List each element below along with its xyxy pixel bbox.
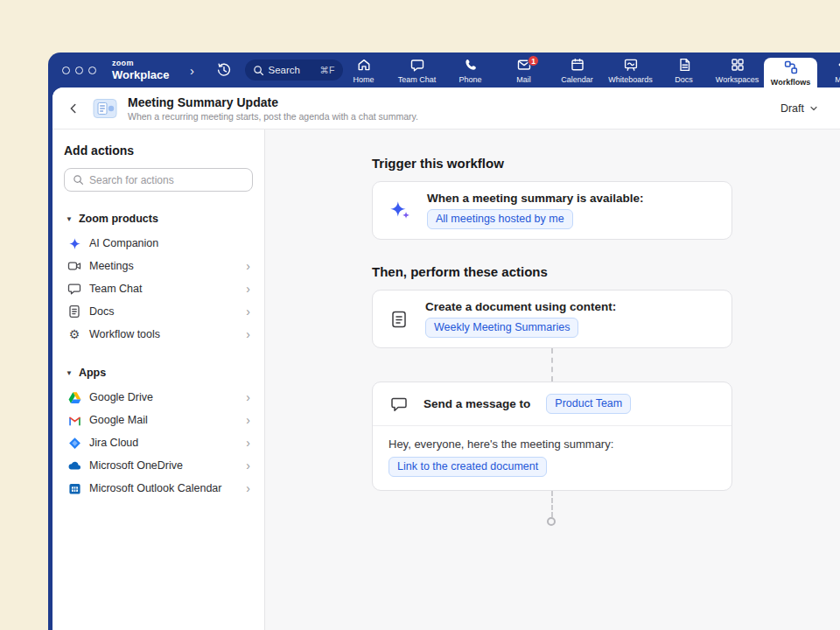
- actions-search[interactable]: [64, 168, 253, 192]
- message-link-chip[interactable]: Link to the created document: [388, 457, 547, 477]
- jira-icon: [67, 436, 81, 450]
- trigger-text: When a meeting summary is available:: [427, 192, 644, 205]
- sidebar-item-label: Microsoft OneDrive: [89, 459, 183, 472]
- sidebar-title: Add actions: [64, 144, 253, 158]
- tab-home[interactable]: Home: [337, 52, 390, 88]
- sidebar-item-jira-cloud[interactable]: Jira Cloud ›: [64, 431, 253, 454]
- sidebar-item-label: Jira Cloud: [89, 437, 138, 449]
- section-label: Zoom products: [79, 213, 158, 225]
- tab-docs[interactable]: Docs: [657, 52, 710, 88]
- search-input[interactable]: [89, 174, 244, 186]
- outlook-calendar-icon: [67, 481, 81, 495]
- caret-down-icon: ▼: [66, 215, 73, 223]
- top-navbar: zoom Workplace › Search ⌘F: [48, 52, 840, 88]
- document-icon: [388, 310, 410, 329]
- trigger-card[interactable]: When a meeting summary is available: All…: [372, 181, 732, 240]
- create-document-body: Create a document using content: Weekly …: [425, 300, 616, 338]
- window-control-dot[interactable]: [88, 66, 96, 74]
- sidebar-item-label: Workflow tools: [89, 328, 160, 340]
- window-controls: [62, 66, 96, 74]
- trigger-scope-chip[interactable]: All meetings hosted by me: [427, 209, 573, 229]
- gmail-icon: [67, 413, 81, 427]
- window-control-dot[interactable]: [75, 66, 83, 74]
- tab-whiteboards[interactable]: Whiteboards: [604, 52, 657, 88]
- workflow-editor-panel: Meeting Summary Update When a recurring …: [52, 88, 840, 630]
- tab-label: Docs: [675, 75, 693, 84]
- tab-workspaces[interactable]: Workspaces: [710, 52, 764, 88]
- sidebar-item-google-mail[interactable]: Google Mail ›: [64, 409, 253, 431]
- video-camera-icon: [67, 259, 81, 273]
- sidebar-item-team-chat[interactable]: Team Chat ›: [64, 277, 253, 300]
- trigger-card-body: When a meeting summary is available: All…: [427, 192, 644, 229]
- global-search[interactable]: Search ⌘F: [245, 60, 343, 80]
- send-message-text: Send a message to: [424, 397, 530, 410]
- google-drive-icon: [67, 390, 81, 404]
- sidebar-item-meetings[interactable]: Meetings ›: [64, 255, 253, 277]
- section-apps[interactable]: ▼ Apps: [66, 367, 251, 379]
- window-control-dot[interactable]: [62, 66, 70, 74]
- page-title: Meeting Summary Update: [128, 95, 418, 109]
- sidebar-item-label: AI Companion: [89, 237, 158, 249]
- chat-icon: [410, 57, 425, 73]
- tab-calendar[interactable]: Calendar: [550, 52, 604, 88]
- sidebar-item-google-drive[interactable]: Google Drive ›: [64, 386, 253, 409]
- sidebar-item-microsoft-outlook-calendar[interactable]: Microsoft Outlook Calendar ›: [64, 477, 253, 500]
- workflow-thumbnail-icon: [93, 98, 117, 119]
- sidebar-item-label: Microsoft Outlook Calendar: [89, 482, 221, 494]
- create-document-text: Create a document using content:: [425, 300, 616, 313]
- navbar-tabs: Home Team Chat Phone 1 Mail: [337, 52, 840, 88]
- tab-label: Mail: [516, 75, 531, 84]
- gear-icon: ⚙: [67, 327, 81, 341]
- tab-more[interactable]: More: [817, 52, 840, 88]
- zoom-workplace-logo: zoom Workplace: [112, 60, 170, 80]
- sidebar-item-microsoft-onedrive[interactable]: Microsoft OneDrive ›: [64, 454, 253, 477]
- whiteboard-icon: [623, 57, 639, 73]
- app-window: zoom Workplace › Search ⌘F: [48, 52, 840, 630]
- dashed-connector: [551, 348, 553, 382]
- tab-label: Home: [353, 75, 374, 84]
- onedrive-icon: [67, 458, 81, 472]
- section-zoom-products[interactable]: ▼ Zoom products: [66, 213, 251, 225]
- ai-sparkle-icon: [388, 200, 411, 222]
- phone-icon: [463, 57, 479, 73]
- tab-mail[interactable]: 1 Mail: [497, 52, 550, 88]
- send-message-body: Hey, everyone, here's the meeting summar…: [373, 426, 732, 490]
- chat-bubble-icon: [67, 282, 81, 296]
- sidebar-item-workflow-tools[interactable]: ⚙ Workflow tools ›: [64, 323, 253, 346]
- tab-label: Workflows: [771, 78, 810, 87]
- chat-bubble-icon: [388, 395, 410, 414]
- send-message-card[interactable]: Send a message to Product Team Hey, ever…: [372, 382, 732, 491]
- status-badge: Draft: [780, 102, 804, 115]
- actions-heading: Then, perform these actions: [372, 264, 732, 279]
- page-subtitle: When a recurring meeting starts, post th…: [128, 111, 418, 122]
- workspaces-icon: [730, 57, 746, 73]
- workflow-header: Meeting Summary Update When a recurring …: [52, 88, 840, 130]
- back-button[interactable]: [65, 100, 82, 117]
- caret-down-icon: ▼: [66, 369, 73, 377]
- sidebar-item-label: Meetings: [89, 260, 134, 272]
- add-step-node[interactable]: [547, 517, 556, 526]
- tab-workflows[interactable]: Workflows: [764, 58, 817, 88]
- message-recipient-chip[interactable]: Product Team: [546, 394, 631, 414]
- create-document-card[interactable]: Create a document using content: Weekly …: [372, 290, 732, 348]
- history-icon[interactable]: [215, 61, 233, 79]
- chevron-right-icon: ›: [246, 305, 250, 318]
- tab-phone[interactable]: Phone: [444, 52, 497, 88]
- chevron-down-icon: [808, 103, 819, 114]
- section-label: Apps: [79, 367, 106, 379]
- message-body-text: Hey, everyone, here's the meeting summar…: [388, 438, 716, 451]
- tab-label: Whiteboards: [608, 75, 653, 84]
- chevron-right-icon: ›: [246, 328, 250, 340]
- workflow-title-block: Meeting Summary Update When a recurring …: [128, 95, 418, 122]
- trigger-heading: Trigger this workflow: [372, 156, 732, 171]
- draft-status-dropdown[interactable]: Draft: [775, 99, 824, 118]
- document-content-chip[interactable]: Weekly Meeting Summaries: [425, 318, 578, 338]
- workflow-canvas: Trigger this workflow When a meeting sum…: [265, 130, 840, 630]
- search-icon: [253, 65, 264, 76]
- nav-collapse-chevron-icon[interactable]: ›: [184, 61, 201, 79]
- sidebar-item-docs[interactable]: Docs ›: [64, 300, 253, 323]
- chevron-right-icon: ›: [246, 482, 250, 494]
- home-icon: [356, 57, 372, 73]
- tab-team-chat[interactable]: Team Chat: [390, 52, 444, 88]
- sidebar-item-ai-companion[interactable]: AI Companion: [64, 232, 253, 255]
